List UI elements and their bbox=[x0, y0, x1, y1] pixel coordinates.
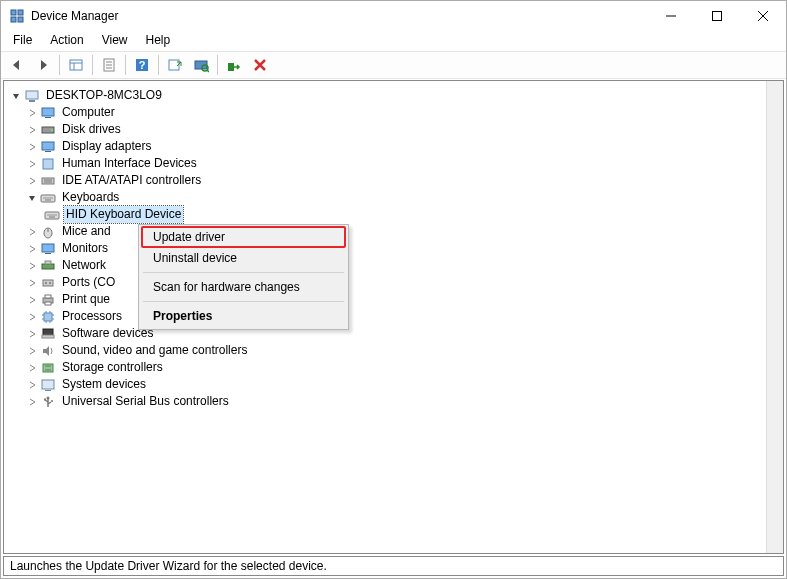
tree-item-label: Human Interface Devices bbox=[60, 155, 199, 172]
tree-item-label: Ports (CO bbox=[60, 274, 117, 291]
context-menu-properties[interactable]: Properties bbox=[141, 305, 346, 327]
tree-item-label: Display adapters bbox=[60, 138, 153, 155]
svg-rect-58 bbox=[45, 295, 51, 298]
chevron-right-icon[interactable] bbox=[26, 277, 38, 289]
svg-point-45 bbox=[53, 214, 54, 215]
tree-item-hid[interactable]: Human Interface Devices bbox=[8, 155, 779, 172]
show-hide-tree-button[interactable] bbox=[64, 54, 88, 76]
chevron-right-icon[interactable] bbox=[26, 345, 38, 357]
minimize-button[interactable] bbox=[648, 1, 694, 31]
tree-item-ports[interactable]: Ports (CO bbox=[8, 274, 779, 291]
tree-item-display-adapters[interactable]: Display adapters bbox=[8, 138, 779, 155]
maximize-button[interactable] bbox=[694, 1, 740, 31]
chevron-right-icon[interactable] bbox=[26, 175, 38, 187]
tree-root[interactable]: DESKTOP-8MC3LO9 bbox=[8, 87, 779, 104]
svg-rect-22 bbox=[26, 91, 38, 99]
chevron-right-icon[interactable] bbox=[26, 158, 38, 170]
chevron-right-icon[interactable] bbox=[26, 141, 38, 153]
tree-item-mice[interactable]: Mice and bbox=[8, 223, 779, 240]
tree-item-processors[interactable]: Processors bbox=[8, 308, 779, 325]
software-icon bbox=[40, 326, 56, 342]
svg-rect-51 bbox=[45, 253, 51, 254]
tree-item-storage[interactable]: Storage controllers bbox=[8, 359, 779, 376]
properties-button[interactable] bbox=[97, 54, 121, 76]
svg-rect-47 bbox=[49, 216, 55, 217]
svg-rect-5 bbox=[713, 12, 722, 21]
svg-rect-59 bbox=[45, 302, 51, 305]
svg-line-20 bbox=[207, 70, 209, 72]
chevron-right-icon[interactable] bbox=[26, 362, 38, 374]
tree-item-hid-keyboard[interactable]: HID Keyboard Device bbox=[8, 206, 779, 223]
monitor-icon bbox=[40, 139, 56, 155]
menu-action[interactable]: Action bbox=[42, 31, 91, 49]
chevron-right-icon[interactable] bbox=[26, 396, 38, 408]
svg-point-55 bbox=[45, 282, 47, 284]
svg-point-79 bbox=[51, 400, 53, 402]
svg-rect-23 bbox=[29, 100, 35, 102]
scan-hardware-button[interactable] bbox=[189, 54, 213, 76]
svg-point-38 bbox=[49, 197, 50, 198]
context-menu-scan-hardware[interactable]: Scan for hardware changes bbox=[141, 276, 346, 298]
uninstall-device-button[interactable] bbox=[248, 54, 272, 76]
svg-point-46 bbox=[55, 214, 56, 215]
svg-rect-8 bbox=[70, 60, 82, 70]
svg-point-39 bbox=[51, 197, 52, 198]
chevron-right-icon[interactable] bbox=[26, 226, 38, 238]
tree-item-ide[interactable]: IDE ATA/ATAPI controllers bbox=[8, 172, 779, 189]
close-button[interactable] bbox=[740, 1, 786, 31]
title-bar: Device Manager bbox=[1, 1, 786, 31]
chevron-right-icon[interactable] bbox=[26, 311, 38, 323]
tree-item-keyboards[interactable]: Keyboards bbox=[8, 189, 779, 206]
tree-item-print-queues[interactable]: Print que bbox=[8, 291, 779, 308]
back-button[interactable] bbox=[5, 54, 29, 76]
tree-item-disk-drives[interactable]: Disk drives bbox=[8, 121, 779, 138]
chevron-right-icon[interactable] bbox=[26, 328, 38, 340]
chevron-right-icon[interactable] bbox=[26, 379, 38, 391]
chevron-down-icon[interactable] bbox=[10, 90, 22, 102]
svg-point-27 bbox=[51, 129, 53, 131]
context-menu-separator bbox=[143, 272, 344, 273]
chevron-right-icon[interactable] bbox=[26, 243, 38, 255]
vertical-scrollbar[interactable] bbox=[766, 81, 783, 553]
system-icon bbox=[40, 377, 56, 393]
tree-item-sound[interactable]: Sound, video and game controllers bbox=[8, 342, 779, 359]
tree-item-usb[interactable]: Universal Serial Bus controllers bbox=[8, 393, 779, 410]
tree-item-software-devices[interactable]: Software devices bbox=[8, 325, 779, 342]
context-menu-uninstall-device[interactable]: Uninstall device bbox=[141, 247, 346, 269]
tree-item-system-devices[interactable]: System devices bbox=[8, 376, 779, 393]
chevron-right-icon[interactable] bbox=[26, 124, 38, 136]
svg-rect-29 bbox=[45, 151, 51, 152]
network-icon bbox=[40, 258, 56, 274]
keyboard-icon bbox=[44, 207, 60, 223]
chevron-right-icon[interactable] bbox=[26, 260, 38, 272]
status-bar: Launches the Update Driver Wizard for th… bbox=[3, 556, 784, 576]
enable-device-button[interactable] bbox=[222, 54, 246, 76]
menu-file[interactable]: File bbox=[5, 31, 40, 49]
toolbar-separator bbox=[158, 55, 159, 75]
tree-item-network[interactable]: Network bbox=[8, 257, 779, 274]
tree-item-computer[interactable]: Computer bbox=[8, 104, 779, 121]
mouse-icon bbox=[40, 224, 56, 240]
tree-item-label: Mice and bbox=[60, 223, 113, 240]
svg-rect-25 bbox=[45, 117, 51, 118]
forward-button[interactable] bbox=[31, 54, 55, 76]
sound-icon bbox=[40, 343, 56, 359]
device-tree[interactable]: DESKTOP-8MC3LO9 Computer Disk drives Dis… bbox=[4, 81, 783, 416]
svg-point-44 bbox=[51, 214, 52, 215]
menu-view[interactable]: View bbox=[94, 31, 136, 49]
chevron-down-icon[interactable] bbox=[26, 192, 38, 204]
action-button[interactable] bbox=[163, 54, 187, 76]
context-menu-update-driver[interactable]: Update driver bbox=[141, 226, 346, 248]
svg-point-35 bbox=[43, 197, 44, 198]
cpu-icon bbox=[40, 309, 56, 325]
window-controls bbox=[648, 1, 786, 31]
menu-help[interactable]: Help bbox=[138, 31, 179, 49]
device-tree-panel: DESKTOP-8MC3LO9 Computer Disk drives Dis… bbox=[3, 80, 784, 554]
tree-item-label: IDE ATA/ATAPI controllers bbox=[60, 172, 203, 189]
usb-icon bbox=[40, 394, 56, 410]
help-button[interactable]: ? bbox=[130, 54, 154, 76]
chevron-right-icon[interactable] bbox=[26, 107, 38, 119]
monitor-icon bbox=[40, 105, 56, 121]
tree-item-monitors[interactable]: Monitors bbox=[8, 240, 779, 257]
chevron-right-icon[interactable] bbox=[26, 294, 38, 306]
